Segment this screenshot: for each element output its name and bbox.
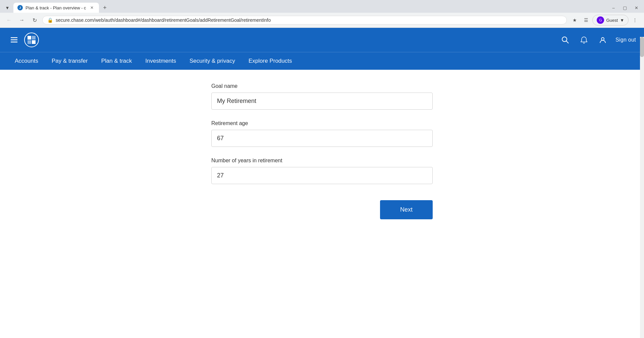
close-button[interactable]: ✕: [631, 3, 641, 13]
retirement-age-group: Retirement age: [211, 120, 433, 147]
goal-name-label: Goal name: [211, 83, 433, 89]
hamburger-button[interactable]: [8, 34, 20, 46]
next-button[interactable]: Next: [380, 200, 433, 219]
browser-chrome: ▼ J Plan & track - Plan overview - c ✕ +…: [0, 0, 644, 28]
extensions-button[interactable]: ☰: [581, 15, 591, 25]
guest-label: Guest: [606, 18, 618, 23]
forward-button[interactable]: →: [17, 15, 27, 25]
search-button[interactable]: [559, 34, 571, 46]
svg-line-8: [566, 41, 569, 43]
svg-rect-5: [28, 40, 31, 44]
scrollbar-thumb[interactable]: [640, 37, 644, 57]
nav-item-investments[interactable]: Investments: [139, 52, 183, 70]
back-button[interactable]: ←: [4, 15, 14, 25]
years-in-retirement-input[interactable]: [211, 167, 433, 184]
goal-name-input[interactable]: [211, 93, 433, 110]
guest-profile-button[interactable]: G Guest ▼: [592, 15, 629, 25]
security-icon: 🔒: [47, 17, 53, 23]
new-tab-button[interactable]: +: [100, 3, 110, 12]
address-bar[interactable]: 🔒 secure.chase.com/web/auth/dashboard#/d…: [42, 16, 567, 24]
minimize-button[interactable]: –: [608, 3, 619, 13]
years-in-retirement-label: Number of years in retirement: [211, 158, 433, 164]
nav-item-security-privacy[interactable]: Security & privacy: [183, 52, 242, 70]
app-header: Sign out: [0, 28, 644, 52]
notification-button[interactable]: [578, 34, 590, 46]
svg-point-7: [562, 37, 567, 42]
goal-name-group: Goal name: [211, 83, 433, 110]
active-tab: J Plan & track - Plan overview - c ✕: [13, 3, 99, 13]
svg-rect-6: [32, 40, 36, 44]
tab-bar: ▼ J Plan & track - Plan overview - c ✕ +…: [0, 0, 644, 13]
svg-rect-4: [32, 36, 36, 40]
chevron-down-icon: ▼: [620, 18, 624, 23]
tab-favicon: J: [17, 5, 23, 10]
bookmark-button[interactable]: ★: [570, 15, 580, 25]
browser-toolbar: ← → ↻ 🔒 secure.chase.com/web/auth/dashbo…: [0, 13, 644, 27]
more-button[interactable]: ⋮: [630, 15, 640, 25]
svg-point-9: [601, 38, 604, 40]
browser-actions: ★ ☰ G Guest ▼ ⋮: [570, 15, 640, 25]
tab-switcher[interactable]: ▼: [3, 3, 12, 12]
nav-item-pay-transfer[interactable]: Pay & transfer: [45, 52, 95, 70]
years-in-retirement-group: Number of years in retirement: [211, 158, 433, 184]
retirement-form: Goal name Retirement age Number of years…: [211, 83, 433, 338]
svg-rect-3: [28, 36, 31, 40]
sign-out-button[interactable]: Sign out: [615, 37, 636, 43]
nav-item-explore-products[interactable]: Explore Products: [242, 52, 299, 70]
retirement-age-input[interactable]: [211, 130, 433, 147]
main-content: Goal name Retirement age Number of years…: [0, 70, 644, 338]
url-text: secure.chase.com/web/auth/dashboard#/das…: [56, 17, 562, 23]
maximize-button[interactable]: ▢: [620, 3, 630, 13]
nav-item-plan-track[interactable]: Plan & track: [95, 52, 139, 70]
tab-close-button[interactable]: ✕: [89, 5, 95, 11]
reload-button[interactable]: ↻: [30, 15, 40, 25]
tab-group: ▼ J Plan & track - Plan overview - c ✕ +: [3, 3, 110, 13]
nav-item-accounts[interactable]: Accounts: [8, 52, 45, 70]
main-nav: Accounts Pay & transfer Plan & track Inv…: [0, 52, 644, 70]
chase-logo[interactable]: [24, 33, 39, 47]
svg-rect-2: [11, 42, 17, 43]
scrollbar[interactable]: [640, 37, 644, 338]
guest-avatar: G: [597, 16, 604, 24]
svg-rect-0: [11, 37, 17, 38]
profile-button[interactable]: [597, 34, 609, 46]
header-right: Sign out: [559, 34, 636, 46]
svg-rect-1: [11, 40, 17, 41]
tab-title: Plan & track - Plan overview - c: [25, 5, 86, 10]
retirement-age-label: Retirement age: [211, 120, 433, 126]
